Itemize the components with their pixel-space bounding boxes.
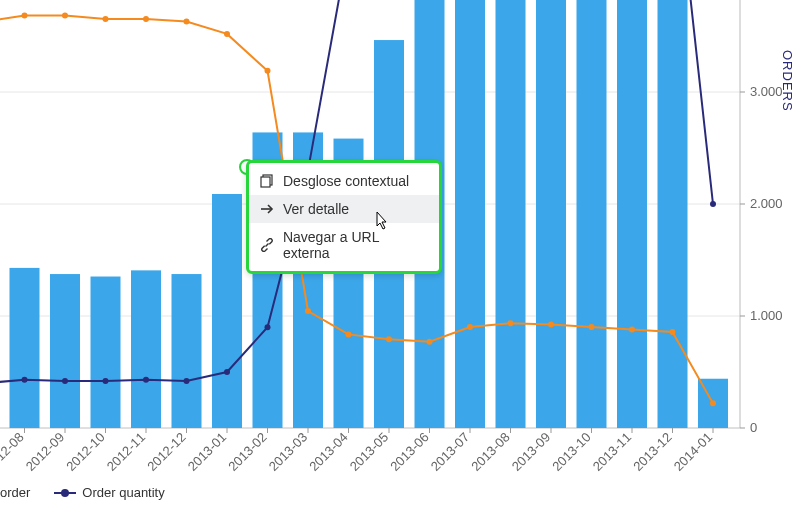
legend-item-order-quantity[interactable]: Order quantity [54, 485, 164, 500]
svg-point-17 [467, 324, 473, 330]
bar[interactable] [50, 274, 80, 428]
legend: order Order quantity [0, 485, 165, 500]
svg-point-8 [103, 16, 109, 22]
x-tick-label: 2013-11 [590, 430, 634, 474]
link-icon [259, 237, 275, 253]
bar[interactable] [577, 0, 607, 428]
x-tick-label: 2012-09 [23, 430, 67, 474]
svg-point-25 [22, 377, 28, 383]
svg-point-42 [710, 201, 716, 207]
svg-point-26 [62, 378, 68, 384]
x-tick-label: 2013-01 [185, 430, 229, 474]
bar[interactable] [212, 194, 242, 428]
svg-point-31 [265, 324, 271, 330]
legend-label: Order quantity [82, 485, 164, 500]
arrow-right-icon [259, 201, 275, 217]
svg-point-15 [386, 336, 392, 342]
svg-point-13 [305, 308, 311, 314]
y2-tick-label: 3.000 [750, 84, 783, 99]
x-tick-label: 2012-11 [104, 430, 148, 474]
bar[interactable] [617, 0, 647, 428]
x-tick-label: 2013-10 [549, 430, 593, 474]
svg-rect-68 [261, 177, 270, 187]
context-menu: Desglose contextual Ver detalle Navegar … [246, 160, 442, 274]
svg-point-11 [224, 31, 230, 37]
x-tick-label: 2012-10 [63, 430, 107, 474]
svg-point-28 [143, 377, 149, 383]
y2-tick-label: 1.000 [750, 308, 783, 323]
copy-icon [259, 173, 275, 189]
svg-point-7 [62, 12, 68, 18]
svg-point-16 [427, 339, 433, 345]
x-tick-label: 2013-06 [387, 430, 431, 474]
x-tick-label: 2014-01 [671, 430, 715, 474]
chart-area[interactable]: 2012-072012-082012-092012-102012-112012-… [0, 0, 795, 508]
context-menu-item-navegar[interactable]: Navegar a URL externa [249, 223, 439, 267]
x-tick-label: 2013-03 [266, 430, 310, 474]
svg-point-12 [265, 68, 271, 74]
legend-item-order[interactable]: order [0, 485, 30, 500]
bar[interactable] [536, 0, 566, 428]
x-tick-label: 2012-08 [0, 430, 27, 474]
svg-point-29 [184, 378, 190, 384]
x-tick-label: 2013-05 [347, 430, 391, 474]
bar[interactable] [172, 274, 202, 428]
svg-point-27 [103, 378, 109, 384]
y2-tick-label: 2.000 [750, 196, 783, 211]
svg-point-9 [143, 16, 149, 22]
svg-point-6 [22, 12, 28, 18]
x-tick-label: 2013-09 [509, 430, 553, 474]
svg-point-30 [224, 369, 230, 375]
context-menu-label: Navegar a URL externa [283, 229, 429, 261]
context-menu-item-desglose[interactable]: Desglose contextual [249, 167, 439, 195]
svg-point-22 [670, 329, 676, 335]
x-tick-label: 2013-12 [630, 430, 674, 474]
svg-point-23 [710, 400, 716, 406]
bar[interactable] [91, 277, 121, 428]
bar[interactable] [455, 0, 485, 428]
x-tick-label: 2013-08 [468, 430, 512, 474]
legend-swatch-icon [54, 492, 76, 494]
context-menu-label: Desglose contextual [283, 173, 409, 189]
svg-point-14 [346, 331, 352, 337]
bar[interactable] [496, 0, 526, 428]
legend-label: order [0, 485, 30, 500]
y2-tick-label: 0 [750, 420, 757, 435]
x-tick-label: 2013-07 [428, 430, 472, 474]
x-tick-label: 2012-12 [144, 430, 188, 474]
bar[interactable] [131, 270, 161, 428]
svg-point-18 [508, 320, 514, 326]
bar[interactable] [658, 0, 688, 428]
svg-point-19 [548, 322, 554, 328]
x-tick-label: 2013-02 [225, 430, 269, 474]
context-menu-item-ver-detalle[interactable]: Ver detalle [249, 195, 439, 223]
bar[interactable] [10, 268, 40, 428]
x-tick-label: 2013-04 [306, 430, 350, 474]
svg-point-21 [629, 326, 635, 332]
svg-point-20 [589, 324, 595, 330]
context-menu-label: Ver detalle [283, 201, 349, 217]
svg-point-10 [184, 19, 190, 25]
y2-axis-title: ORDERS [780, 50, 795, 115]
